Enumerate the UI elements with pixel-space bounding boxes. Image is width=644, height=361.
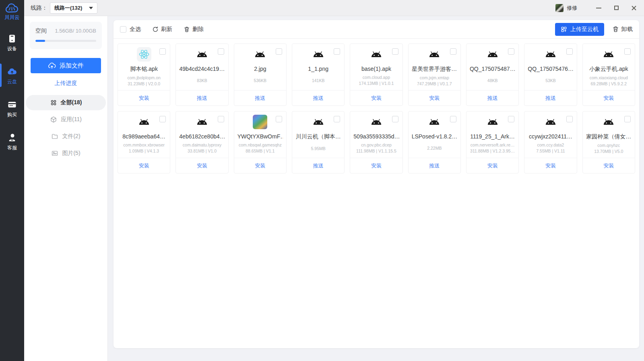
- install-button[interactable]: 安装: [176, 158, 228, 173]
- cloud-upload-icon: [48, 62, 56, 70]
- push-button[interactable]: 推送: [466, 90, 518, 105]
- file-checkbox[interactable]: [624, 48, 631, 55]
- file-size-version: 48KB: [470, 78, 515, 83]
- push-button[interactable]: 推送: [409, 158, 460, 173]
- sidebar-item-label: 云盘: [7, 78, 17, 85]
- file-grid: 脚本铭.apk com.jbolplopm.on 31.23MB | V2.0.…: [114, 39, 639, 178]
- install-button[interactable]: 安装: [118, 90, 170, 105]
- add-file-label: 添加文件: [60, 62, 84, 70]
- file-checkbox[interactable]: [450, 48, 456, 55]
- android-icon: [601, 47, 616, 61]
- upload-to-cloud-machine-button[interactable]: 上传至云机: [555, 23, 604, 36]
- file-name: YWQtYXBwOmF…: [237, 133, 283, 140]
- minimize-icon: [596, 8, 601, 8]
- file-name: ccywjxz202411…: [528, 133, 573, 140]
- folder-icon: [51, 133, 58, 140]
- install-button[interactable]: 安装: [118, 158, 170, 173]
- file-checkbox[interactable]: [276, 116, 282, 122]
- install-button[interactable]: 安装: [583, 158, 635, 173]
- category-apps[interactable]: 应用(11): [26, 112, 106, 127]
- customer-service-icon: [7, 133, 17, 142]
- file-package: com.cloud.app: [353, 75, 399, 80]
- file-size-version: 88.65MB | V1.1: [237, 149, 283, 153]
- category-images[interactable]: 图片(5): [26, 146, 106, 161]
- push-button[interactable]: 推送: [524, 90, 576, 105]
- category-all[interactable]: 全部(18): [26, 95, 106, 110]
- sidebar-item-purchase[interactable]: 购买: [0, 98, 24, 120]
- select-all-label: 全选: [130, 26, 141, 33]
- refresh-icon: [152, 26, 159, 33]
- file-checkbox[interactable]: [276, 48, 282, 55]
- category-label: 图片(5): [62, 150, 80, 157]
- file-name: 小象云手机.apk: [586, 66, 632, 73]
- refresh-button[interactable]: 刷新: [152, 26, 172, 33]
- file-size-version: 311.88MB | V1.2.3.95…: [470, 149, 515, 153]
- image-icon: [51, 150, 58, 157]
- file-checkbox[interactable]: [159, 116, 166, 122]
- file-checkbox[interactable]: [566, 48, 573, 55]
- sidebar-item-support[interactable]: 客服: [0, 131, 24, 153]
- file-size-version: 111.98MB | V1.1.15.5: [353, 149, 399, 153]
- file-card: YWQtYXBwOmF… com.nbsqwl.gamesqhz 88.65MB…: [234, 111, 287, 173]
- file-checkbox[interactable]: [218, 48, 224, 55]
- user-avatar[interactable]: [555, 4, 564, 12]
- cloud-disk-icon: [7, 67, 17, 76]
- sidebar-item-devices[interactable]: 设备: [0, 32, 24, 54]
- file-checkbox[interactable]: [566, 116, 573, 122]
- file-checkbox[interactable]: [624, 116, 631, 122]
- android-icon: [485, 47, 500, 61]
- file-card: 1_1.png 141KB 推送: [292, 43, 345, 106]
- maximize-button[interactable]: [610, 3, 622, 13]
- install-button[interactable]: 安装: [583, 90, 635, 105]
- minimize-button[interactable]: [592, 3, 605, 13]
- cloud-logo-icon: [5, 3, 19, 14]
- file-name: 家园种菜（倩女…: [586, 133, 632, 140]
- close-button[interactable]: [628, 3, 640, 13]
- trash-icon: [184, 26, 190, 33]
- push-button[interactable]: 推送: [176, 90, 228, 105]
- sidebar-item-cloud-disk[interactable]: 云盘: [0, 65, 24, 87]
- category-files[interactable]: 文件(2): [26, 129, 106, 144]
- file-name: 星美世界手游客…: [412, 66, 457, 73]
- game-icon: [252, 115, 268, 129]
- install-button[interactable]: 安装: [466, 158, 518, 173]
- category-list: 全部(18) 应用(11) 文件(2): [24, 95, 107, 161]
- app-cube-icon: [50, 116, 57, 123]
- upload-to-machine-icon: [561, 26, 567, 33]
- install-button[interactable]: 安装: [350, 158, 402, 173]
- sidebar-item-label: 客服: [7, 144, 17, 151]
- file-checkbox[interactable]: [450, 116, 456, 122]
- file-card: 星美世界手游客… com.jxjm.xmtap 747.29MB | V0.1.…: [408, 43, 461, 106]
- push-button[interactable]: 推送: [234, 90, 286, 105]
- file-name: 2.jpg: [237, 66, 283, 72]
- install-button[interactable]: 安装: [234, 158, 286, 173]
- file-checkbox[interactable]: [392, 116, 398, 122]
- file-checkbox[interactable]: [508, 48, 514, 55]
- install-button[interactable]: 安装: [409, 90, 460, 105]
- add-file-button[interactable]: 添加文件: [31, 58, 101, 73]
- delete-button[interactable]: 删除: [184, 26, 204, 33]
- storage-space-card: 空间 1.56GB/ 10.00GB: [30, 22, 102, 49]
- category-label: 应用(11): [61, 116, 82, 123]
- file-checkbox[interactable]: [218, 116, 224, 122]
- file-card: ccywjxz202411… com.ccy.data2 7.55MB | V1…: [524, 111, 577, 173]
- file-checkbox[interactable]: [334, 48, 340, 55]
- install-button[interactable]: 安装: [524, 158, 576, 173]
- file-size-version: 5.95MB: [295, 146, 341, 151]
- file-package: com.nerversoft.ark.re…: [470, 142, 515, 147]
- app-sidebar: 川川云 设备 云盘 购买 客服: [0, 0, 24, 361]
- file-checkbox[interactable]: [392, 48, 398, 55]
- file-size-version: 13.70MB | V5.0: [586, 149, 632, 154]
- uninstall-button[interactable]: 卸载: [612, 26, 633, 33]
- file-toolbar: 全选 刷新 删除: [114, 20, 639, 39]
- file-checkbox[interactable]: [334, 116, 340, 122]
- file-checkbox[interactable]: [508, 116, 514, 122]
- upload-progress-link[interactable]: 上传进度: [24, 80, 107, 87]
- line-select-dropdown[interactable]: 线路一(132): [50, 2, 97, 14]
- push-button[interactable]: 推送: [292, 158, 344, 173]
- space-value: 1.56GB/ 10.00GB: [55, 28, 96, 34]
- select-all-checkbox[interactable]: [120, 26, 126, 33]
- install-button[interactable]: 安装: [350, 90, 402, 105]
- push-button[interactable]: 推送: [292, 90, 344, 105]
- file-checkbox[interactable]: [159, 48, 166, 55]
